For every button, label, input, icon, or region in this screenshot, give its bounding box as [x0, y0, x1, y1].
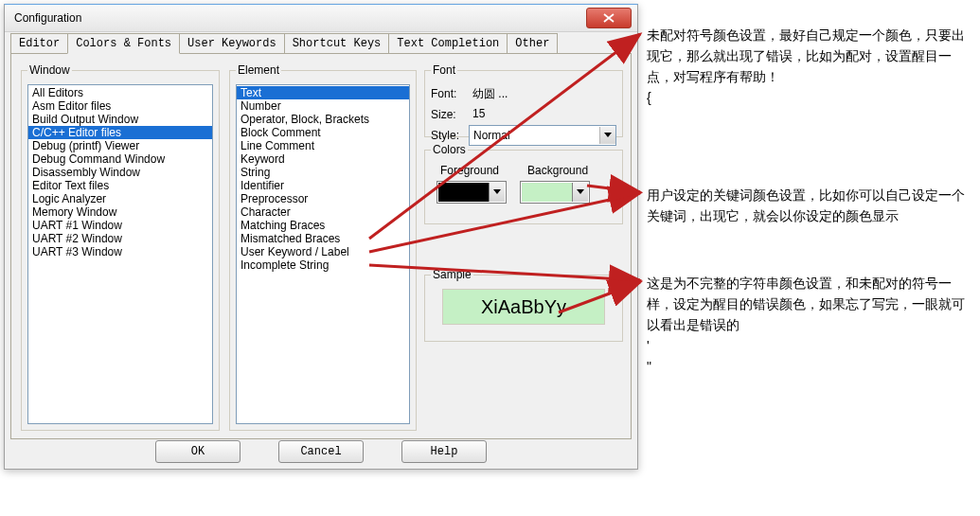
- cancel-button[interactable]: Cancel: [278, 440, 364, 463]
- annotation-2: 用户设定的关键词颜色设置，比如你可以自己设定一个关键词，出现它，就会以你设定的颜…: [647, 185, 969, 226]
- element-groupbox: Element TextNumberOperator, Block, Brack…: [229, 63, 417, 431]
- list-item[interactable]: All Editors: [28, 86, 212, 99]
- list-item[interactable]: UART #2 Window: [28, 232, 212, 245]
- colors-groupbox: Colors Foreground Background: [424, 143, 623, 224]
- list-item[interactable]: Operator, Block, Brackets: [237, 113, 409, 126]
- font-name-label: Font:: [431, 87, 469, 100]
- list-item[interactable]: Debug (printf) Viewer: [28, 139, 212, 152]
- foreground-color-picker[interactable]: [437, 181, 507, 204]
- list-item[interactable]: Block Comment: [237, 126, 409, 139]
- window-listbox[interactable]: All EditorsAsm Editor filesBuild Output …: [27, 84, 213, 424]
- sample-preview: XiAaBbYy: [442, 289, 605, 325]
- list-item[interactable]: Number: [237, 99, 409, 113]
- background-color-picker[interactable]: [520, 181, 590, 204]
- list-item[interactable]: User Keyword / Label: [237, 245, 409, 258]
- tab-body: Window All EditorsAsm Editor filesBuild …: [10, 53, 632, 439]
- background-swatch: [522, 183, 572, 202]
- list-item[interactable]: Incomplete String: [237, 258, 409, 272]
- window-title: Configuration: [14, 11, 81, 25]
- font-legend: Font: [431, 63, 457, 77]
- list-item[interactable]: String: [237, 166, 409, 179]
- ok-button[interactable]: OK: [155, 440, 241, 463]
- list-item[interactable]: Disassembly Window: [28, 166, 212, 179]
- configuration-dialog: Configuration EditorColors & FontsUser K…: [4, 4, 638, 470]
- list-item[interactable]: Debug Command Window: [28, 152, 212, 166]
- list-item[interactable]: UART #3 Window: [28, 245, 212, 258]
- foreground-swatch: [438, 183, 489, 202]
- close-button[interactable]: [586, 8, 632, 28]
- font-groupbox: Font Font: 幼圆 ... Size: 15 Style: Normal: [424, 63, 623, 137]
- background-label: Background: [527, 164, 588, 177]
- list-item[interactable]: Text: [237, 86, 409, 99]
- list-item[interactable]: Line Comment: [237, 139, 409, 152]
- window-legend: Window: [27, 63, 72, 77]
- annotation-3: 这是为不完整的字符串颜色设置，和未配对的符号一样，设定为醒目的错误颜色，如果忘了…: [647, 273, 969, 377]
- dialog-buttons: OK Cancel Help: [5, 440, 637, 463]
- tabstrip: EditorColors & FontsUser KeywordsShortcu…: [5, 32, 637, 53]
- list-item[interactable]: C/C++ Editor files: [28, 126, 212, 139]
- tab-colors-fonts[interactable]: Colors & Fonts: [67, 33, 180, 54]
- list-item[interactable]: Asm Editor files: [28, 99, 212, 113]
- font-size-label: Size:: [431, 108, 469, 121]
- tab-editor[interactable]: Editor: [10, 33, 68, 54]
- sample-groupbox: Sample XiAaBbYy: [424, 268, 623, 342]
- close-icon: [603, 13, 615, 23]
- font-style-value: Normal: [473, 129, 510, 142]
- annotation-1: 未配对符号颜色设置，最好自己规定一个颜色，只要出现它，那么就出现了错误，比如为配…: [647, 25, 969, 108]
- font-size-value[interactable]: 15: [469, 105, 616, 124]
- list-item[interactable]: UART #1 Window: [28, 219, 212, 232]
- sample-legend: Sample: [431, 268, 473, 281]
- list-item[interactable]: Logic Analyzer: [28, 192, 212, 205]
- list-item[interactable]: Keyword: [237, 152, 409, 166]
- help-button[interactable]: Help: [401, 440, 487, 463]
- element-legend: Element: [236, 63, 281, 77]
- foreground-label: Foreground: [440, 164, 499, 177]
- list-item[interactable]: Mismatched Braces: [237, 232, 409, 245]
- chevron-down-icon: [599, 127, 615, 144]
- window-groupbox: Window All EditorsAsm Editor filesBuild …: [21, 63, 220, 431]
- list-item[interactable]: Memory Window: [28, 205, 212, 219]
- list-item[interactable]: Editor Text files: [28, 179, 212, 192]
- list-item[interactable]: Build Output Window: [28, 113, 212, 126]
- tab-shortcut-keys[interactable]: Shortcut Keys: [284, 33, 390, 54]
- tab-text-completion[interactable]: Text Completion: [388, 33, 508, 54]
- list-item[interactable]: Matching Braces: [237, 219, 409, 232]
- tab-user-keywords[interactable]: User Keywords: [179, 33, 285, 54]
- list-item[interactable]: Identifier: [237, 179, 409, 192]
- chevron-down-icon: [572, 183, 588, 202]
- tab-other[interactable]: Other: [507, 33, 558, 54]
- font-style-label: Style:: [431, 129, 469, 142]
- titlebar: Configuration: [5, 5, 637, 32]
- colors-legend: Colors: [431, 143, 468, 156]
- list-item[interactable]: Character: [237, 205, 409, 219]
- list-item[interactable]: Preprocessor: [237, 192, 409, 205]
- element-listbox[interactable]: TextNumberOperator, Block, BracketsBlock…: [236, 84, 410, 424]
- font-name-value[interactable]: 幼圆 ...: [469, 84, 616, 103]
- chevron-down-icon: [489, 183, 505, 202]
